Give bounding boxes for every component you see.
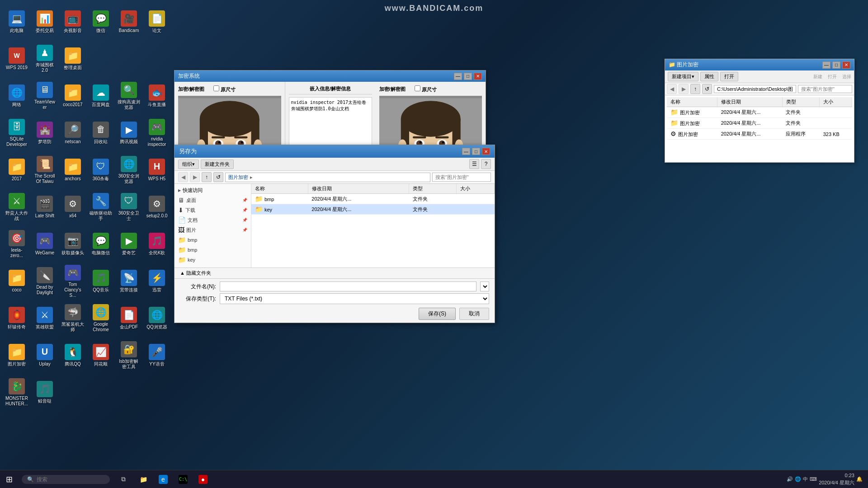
desktop-icon-q360-1[interactable]: 🛡 360杀毒 bbox=[88, 152, 114, 188]
desktop-icon-huishou[interactable]: 🗑 回收站 bbox=[88, 115, 114, 151]
saveas-col-date[interactable]: 修改日期 bbox=[308, 184, 409, 194]
saveas-close-btn[interactable]: ✕ bbox=[482, 148, 490, 155]
desktop-icon-sqlite[interactable]: 🗄 SQLite Developer bbox=[4, 115, 30, 151]
desktop-icon-2017[interactable]: 📁 2017 bbox=[4, 152, 30, 188]
desktop-icon-net[interactable]: 🌐 网络 bbox=[4, 78, 30, 114]
fe-maximize-btn[interactable]: □ bbox=[832, 61, 840, 69]
saveas-sidebar-pictures[interactable]: 🖼 图片 📌 bbox=[175, 225, 251, 235]
desktop-icon-tomclancy[interactable]: 🎮 Tom Clancy's S... bbox=[60, 263, 86, 299]
taskbar-edge-btn[interactable]: e bbox=[153, 470, 173, 488]
fe-refresh-btn[interactable]: ↺ bbox=[702, 84, 712, 94]
desktop-icon-teamviewer[interactable]: 🖥 TeamViewer bbox=[32, 78, 58, 114]
saveas-search-input[interactable] bbox=[432, 173, 491, 182]
taskbar-terminal-btn[interactable]: C:\ bbox=[173, 470, 193, 488]
saveas-back-btn[interactable]: ◀ bbox=[178, 172, 188, 182]
desktop-icon-leela[interactable]: 🎯 leela-zero... bbox=[4, 226, 30, 262]
fe-row-3[interactable]: ⚙图片加密 2020/4/4 星期六... 应用程序 323 KB bbox=[667, 129, 852, 140]
fe-open-btn[interactable]: 打开 bbox=[720, 72, 738, 81]
desktop-icon-douyu[interactable]: 🐟 斗鱼直播 bbox=[144, 78, 170, 114]
fe-address-bar[interactable] bbox=[714, 85, 796, 93]
desktop-icon-360safe[interactable]: 🛡 360安全卫士 bbox=[116, 189, 142, 225]
desktop-icon-wps[interactable]: W WPS 2019 bbox=[4, 41, 30, 77]
desktop-icon-netscan[interactable]: 🔎 netscan bbox=[60, 115, 86, 151]
fe-up-btn[interactable]: ↑ bbox=[690, 84, 700, 94]
desktop-icon-jingyin[interactable]: 🎵 鲸音哒 bbox=[32, 374, 58, 410]
desktop-icon-wechat[interactable]: 💬 微信 bbox=[88, 4, 114, 40]
desktop-icon-lateshift[interactable]: 🎬 Late Shift bbox=[32, 189, 58, 225]
desktop-icon-magnetic[interactable]: 🔧 磁铁驱动助手 bbox=[88, 189, 114, 225]
enc-maximize-btn[interactable]: □ bbox=[464, 73, 472, 80]
fe-row-2[interactable]: 📁图片加密 2020/4/4 星期六... 文件夹 bbox=[667, 118, 852, 129]
tray-network-icon[interactable]: 🌐 bbox=[795, 476, 801, 482]
desktop-icon-coco2017[interactable]: 📁 coco2017 bbox=[60, 78, 86, 114]
saveas-sidebar-downloads[interactable]: ⬇ 下载 📌 bbox=[175, 205, 251, 215]
desktop-icon-wpsh5[interactable]: H WPS H5 bbox=[144, 152, 170, 188]
taskbar-file-explorer-btn[interactable]: 📁 bbox=[133, 470, 153, 488]
saveas-breadcrumb-path[interactable]: 图片加密 bbox=[228, 174, 248, 181]
saveas-minimize-btn[interactable]: — bbox=[462, 148, 470, 155]
desktop-icon-proxy[interactable]: 📊 委托交易 bbox=[32, 4, 58, 40]
desktop-icon-nj[interactable]: 🏮 轩辕传奇 bbox=[4, 300, 30, 336]
desktop-icon-lsb[interactable]: 🔐 lsb加密解密工具 bbox=[116, 337, 142, 373]
desktop-icon-scroll[interactable]: 📜 The Scroll Of Taiwu bbox=[32, 152, 58, 188]
saveas-list-view-btn[interactable]: ☰ bbox=[469, 159, 479, 169]
saveas-sidebar-bmp1[interactable]: 📁 bmp bbox=[175, 235, 251, 245]
encrypt-left-checkbox-label[interactable]: 原尺寸 bbox=[213, 85, 236, 93]
fe-col-name[interactable]: 名称 bbox=[667, 97, 717, 107]
fe-col-size[interactable]: 大小 bbox=[820, 97, 852, 107]
fe-search-input[interactable] bbox=[798, 85, 852, 93]
desktop-icon-baidunet[interactable]: ☁ 百度网盘 bbox=[88, 78, 114, 114]
saveas-sidebar-bmp2[interactable]: 📁 bmp bbox=[175, 245, 251, 255]
desktop-icon-blackshark[interactable]: 🦈 黑鲨装机大师 bbox=[60, 300, 86, 336]
saveas-col-name[interactable]: 名称 bbox=[251, 184, 308, 194]
saveas-new-folder-btn[interactable]: 新建文件夹 bbox=[201, 160, 234, 169]
saveas-hide-btn[interactable]: ▲ 隐藏文件夹 bbox=[180, 270, 211, 277]
fe-col-type[interactable]: 类型 bbox=[782, 97, 820, 107]
saveas-save-btn[interactable]: 保存(S) bbox=[419, 308, 456, 320]
saveas-forward-btn[interactable]: ▶ bbox=[190, 172, 200, 182]
saveas-col-type[interactable]: 类型 bbox=[409, 184, 457, 194]
desktop-icon-qqbrowser[interactable]: 🌐 QQ浏览器 bbox=[144, 300, 170, 336]
taskbar-search-box[interactable]: 🔍 bbox=[22, 475, 110, 484]
saveas-row-bmp[interactable]: 📁bmp 2020/4/4 星期六... 文件夹 bbox=[251, 194, 495, 204]
fe-minimize-btn[interactable]: — bbox=[822, 61, 830, 69]
desktop-icon-qqmusic[interactable]: 🎵 QQ音乐 bbox=[88, 263, 114, 299]
saveas-sidebar-desktop[interactable]: 🖥 桌面 📌 bbox=[175, 195, 251, 205]
saveas-sidebar-docs[interactable]: 📄 文档 📌 bbox=[175, 215, 251, 225]
desktop-icon-mhw[interactable]: 🐉 MONSTER HUNTER... bbox=[4, 374, 30, 410]
saveas-row-key[interactable]: 📁key 2020/4/4 星期六... 文件夹 bbox=[251, 204, 495, 215]
fe-properties-btn[interactable]: 属性 bbox=[700, 72, 718, 81]
desktop-icon-nvidia[interactable]: 🎮 nvidia inspector bbox=[144, 115, 170, 151]
desktop-icon-txvideo[interactable]: ▶ 腾讯视频 bbox=[116, 115, 142, 151]
desktop-icon-folder2[interactable]: 📁 整理桌面 bbox=[60, 41, 86, 77]
fe-close-btn[interactable]: ✕ bbox=[842, 61, 850, 69]
desktop-icon-sougou[interactable]: 🔍 搜狗高速浏览器 bbox=[116, 78, 142, 114]
saveas-sidebar-quickaccess[interactable]: ▸ 快速访问 bbox=[175, 186, 251, 195]
saveas-help-btn[interactable]: ? bbox=[481, 159, 491, 169]
saveas-filetype-select[interactable]: TXT Files (*.txt) bbox=[220, 293, 489, 304]
desktop-icon-broadband[interactable]: 📡 宽带连接 bbox=[116, 263, 142, 299]
fe-col-date[interactable]: 修改日期 bbox=[717, 97, 782, 107]
saveas-filename-input[interactable] bbox=[220, 282, 476, 291]
taskbar-clock[interactable]: 0:23 2020/4/4 星期六 bbox=[819, 472, 854, 486]
desktop-icon-getcam[interactable]: 📷 获取摄像头 bbox=[60, 226, 86, 262]
desktop-icon-imgenc[interactable]: 📁 图片加密 bbox=[4, 337, 30, 373]
tray-notification-btn[interactable]: 🔔 bbox=[856, 476, 863, 482]
fe-back-btn[interactable]: ◀ bbox=[667, 84, 677, 94]
desktop-icon-setup2[interactable]: ⚙ setup2.0.0 bbox=[144, 189, 170, 225]
desktop-icon-doc[interactable]: 📄 论文 bbox=[144, 4, 170, 40]
saveas-col-size[interactable]: 大小 bbox=[457, 184, 495, 194]
desktop-icon-chrome[interactable]: 🌐 Google Chrome bbox=[88, 300, 114, 336]
saveas-up-btn[interactable]: ↑ bbox=[202, 172, 212, 182]
desktop-icon-iqiyi[interactable]: ▶ 爱奇艺 bbox=[116, 226, 142, 262]
enc-minimize-btn[interactable]: — bbox=[454, 73, 462, 80]
encrypt-right-checkbox[interactable] bbox=[415, 85, 420, 91]
saveas-sidebar-key1[interactable]: 📁 key bbox=[175, 255, 251, 265]
desktop-icon-wps3[interactable]: 📄 金山PDF bbox=[116, 300, 142, 336]
encrypt-left-checkbox[interactable] bbox=[213, 85, 219, 91]
desktop-icon-xunlei[interactable]: ⚡ 迅雷 bbox=[144, 263, 170, 299]
desktop-icon-folk[interactable]: 🎵 全民K歌 bbox=[144, 226, 170, 262]
desktop-icon-bandicam[interactable]: 🎥 Bandicam bbox=[116, 4, 142, 40]
enc-close-btn[interactable]: ✕ bbox=[474, 73, 482, 80]
saveas-filename-dropdown[interactable] bbox=[480, 282, 489, 291]
